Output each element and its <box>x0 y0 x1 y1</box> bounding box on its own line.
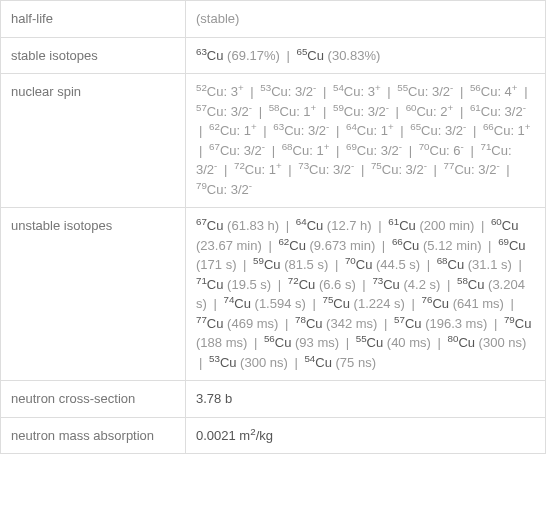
property-value: 63Cu (69.17%) | 65Cu (30.83%) <box>186 37 546 74</box>
property-label: nuclear spin <box>1 74 186 208</box>
property-value: 67Cu (61.83 h) | 64Cu (12.7 h) | 61Cu (2… <box>186 208 546 381</box>
table-row: stable isotopes63Cu (69.17%) | 65Cu (30.… <box>1 37 546 74</box>
properties-table: half-life(stable)stable isotopes63Cu (69… <box>0 0 546 454</box>
property-label: half-life <box>1 1 186 38</box>
table-row: half-life(stable) <box>1 1 546 38</box>
property-label: unstable isotopes <box>1 208 186 381</box>
table-row: neutron mass absorption0.0021 m2/kg <box>1 417 546 454</box>
table-body: half-life(stable)stable isotopes63Cu (69… <box>1 1 546 454</box>
table-row: unstable isotopes67Cu (61.83 h) | 64Cu (… <box>1 208 546 381</box>
property-label: neutron cross-section <box>1 381 186 418</box>
table-row: neutron cross-section3.78 b <box>1 381 546 418</box>
property-label: neutron mass absorption <box>1 417 186 454</box>
table-row: nuclear spin52Cu: 3+ | 53Cu: 3/2- | 54Cu… <box>1 74 546 208</box>
property-value: 3.78 b <box>186 381 546 418</box>
property-value: 52Cu: 3+ | 53Cu: 3/2- | 54Cu: 3+ | 55Cu:… <box>186 74 546 208</box>
property-label: stable isotopes <box>1 37 186 74</box>
property-value: 0.0021 m2/kg <box>186 417 546 454</box>
property-value: (stable) <box>186 1 546 38</box>
